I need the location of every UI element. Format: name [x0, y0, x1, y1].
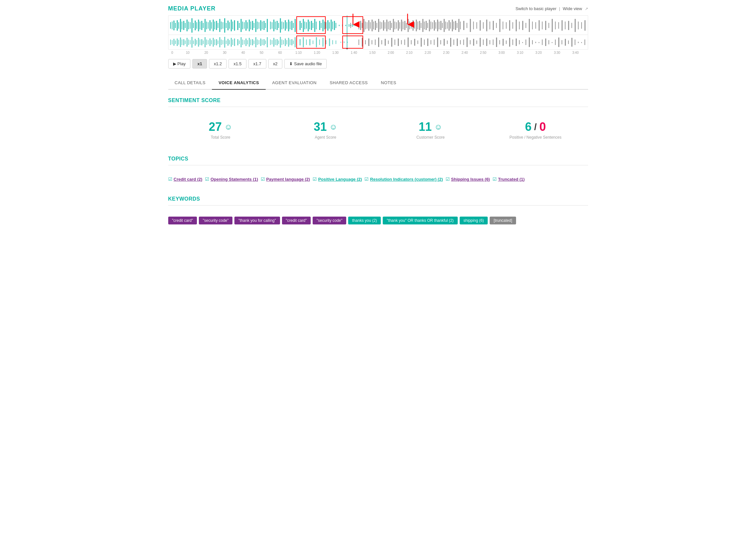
svg-rect-167 [450, 22, 451, 29]
tab-agent-evaluation[interactable]: AGENT EVALUATION [266, 76, 323, 90]
keyword-thanks-you[interactable]: thanks you (2) [348, 217, 381, 224]
svg-rect-222 [185, 41, 185, 44]
tab-shared-access[interactable]: SHARED ACCESS [323, 76, 374, 90]
topic-truncated-link[interactable]: Truncated (1) [498, 177, 525, 182]
svg-rect-65 [275, 21, 276, 29]
main-tabs: CALL DETAILS VOICE ANALYTICS AGENT EVALU… [168, 76, 588, 90]
svg-rect-76 [293, 23, 293, 28]
keyword-shipping[interactable]: shipping (6) [460, 217, 488, 224]
speed-15x-button[interactable]: x1.5 [229, 59, 247, 69]
svg-rect-316 [398, 39, 399, 46]
svg-rect-325 [427, 39, 428, 46]
svg-rect-263 [254, 41, 254, 44]
svg-rect-158 [435, 22, 436, 29]
svg-rect-13 [186, 19, 187, 31]
svg-rect-24 [204, 19, 205, 32]
svg-rect-322 [417, 41, 418, 44]
svg-rect-231 [200, 40, 200, 45]
svg-rect-356 [529, 38, 530, 47]
svg-rect-57 [260, 20, 261, 31]
svg-rect-82 [304, 21, 305, 29]
speed-2x-button[interactable]: x2 [268, 59, 283, 69]
svg-rect-209 [578, 21, 578, 29]
pos-neg-item: 6 / 0 Positive / Negative Sentences [483, 120, 588, 140]
svg-rect-338 [470, 40, 471, 44]
svg-rect-216 [175, 41, 176, 44]
svg-rect-69 [281, 21, 282, 29]
svg-rect-366 [561, 40, 562, 44]
speed-12x-button[interactable]: x1.2 [209, 59, 227, 69]
svg-rect-288 [296, 40, 297, 45]
svg-rect-202 [555, 21, 555, 29]
topic-positive-language-link[interactable]: Positive Language (2) [318, 177, 362, 182]
svg-rect-205 [565, 21, 565, 29]
svg-rect-306 [365, 40, 365, 44]
svg-rect-265 [257, 40, 257, 45]
topic-resolution-indicators-link[interactable]: Resolution Indicators (customer) (2) [370, 177, 443, 182]
svg-rect-52 [252, 21, 253, 30]
svg-rect-244 [221, 40, 221, 45]
svg-rect-304 [358, 40, 359, 45]
svg-rect-139 [404, 21, 405, 30]
wide-view-link[interactable]: Wide view [563, 6, 582, 11]
speed-1x-button[interactable]: x1 [192, 59, 207, 69]
svg-rect-91 [321, 23, 321, 28]
switch-to-basic-link[interactable]: Switch to basic player [515, 6, 556, 11]
svg-rect-119 [371, 19, 372, 31]
keyword-credit-card-1[interactable]: "credit card" [168, 217, 197, 224]
svg-rect-211 [584, 20, 585, 31]
topics-title: TOPICS [168, 156, 588, 162]
svg-rect-308 [371, 40, 372, 44]
svg-rect-112 [360, 21, 361, 30]
keyword-thank-you-or[interactable]: "thank you" OR thanks OR thankful (2) [383, 217, 457, 224]
svg-rect-318 [404, 40, 405, 45]
svg-rect-138 [403, 21, 403, 29]
svg-rect-124 [380, 21, 380, 29]
tab-voice-analytics[interactable]: VOICE ANALYTICS [212, 76, 265, 90]
svg-rect-54 [255, 19, 256, 32]
topic-opening-statements-link[interactable]: Opening Statements (1) [211, 177, 258, 182]
svg-rect-197 [539, 20, 540, 31]
svg-rect-215 [174, 39, 175, 46]
topic-shipping-issues-link[interactable]: Shipping Issues (6) [451, 177, 490, 182]
keyword-security-code-2[interactable]: "security code" [312, 217, 346, 224]
svg-rect-245 [222, 40, 223, 44]
topic-positive-language: ☑ Positive Language (2) [312, 177, 362, 182]
svg-rect-30 [214, 21, 215, 29]
svg-rect-351 [512, 40, 513, 45]
speed-17x-button[interactable]: x1.7 [248, 59, 266, 69]
svg-rect-279 [281, 40, 282, 45]
save-audio-button[interactable]: ⬇ Save audio file [284, 59, 327, 69]
svg-rect-270 [265, 41, 266, 44]
play-button[interactable]: ▶ Play [168, 59, 191, 69]
waveform-top [168, 15, 588, 35]
svg-rect-68 [280, 18, 281, 33]
svg-rect-126 [383, 20, 384, 31]
svg-rect-67 [278, 23, 279, 28]
topic-check-icon-2: ☑ [205, 177, 209, 182]
svg-rect-101 [339, 25, 339, 26]
svg-rect-312 [385, 39, 386, 46]
svg-rect-122 [376, 23, 377, 28]
playback-controls: ▶ Play x1 x1.2 x1.5 x1.7 x2 ⬇ Save audio… [168, 59, 588, 69]
keyword-thank-you-calling[interactable]: "thank you for calling" [234, 217, 280, 224]
keyword-truncated[interactable]: [truncated] [490, 217, 516, 224]
tab-call-details[interactable]: CALL DETAILS [168, 76, 212, 90]
keyword-security-code-1[interactable]: "security code" [199, 217, 232, 224]
svg-rect-319 [408, 38, 409, 47]
svg-rect-189 [512, 22, 513, 29]
svg-rect-240 [214, 40, 215, 45]
svg-rect-108 [355, 25, 356, 26]
topic-payment-language-link[interactable]: Payment language (2) [266, 177, 310, 182]
tab-notes[interactable]: NOTES [374, 76, 403, 90]
topic-credit-card-link[interactable]: Credit card (2) [174, 177, 202, 182]
media-player-actions: Switch to basic player | Wide view ↗ [515, 6, 588, 11]
svg-rect-272 [270, 40, 271, 45]
waveform-area[interactable] [168, 15, 588, 50]
svg-rect-286 [293, 41, 293, 44]
svg-rect-292 [310, 39, 310, 45]
svg-rect-196 [535, 22, 536, 29]
keyword-credit-card-2[interactable]: "credit card" [282, 217, 311, 224]
svg-rect-283 [288, 38, 289, 47]
svg-rect-235 [206, 40, 207, 45]
